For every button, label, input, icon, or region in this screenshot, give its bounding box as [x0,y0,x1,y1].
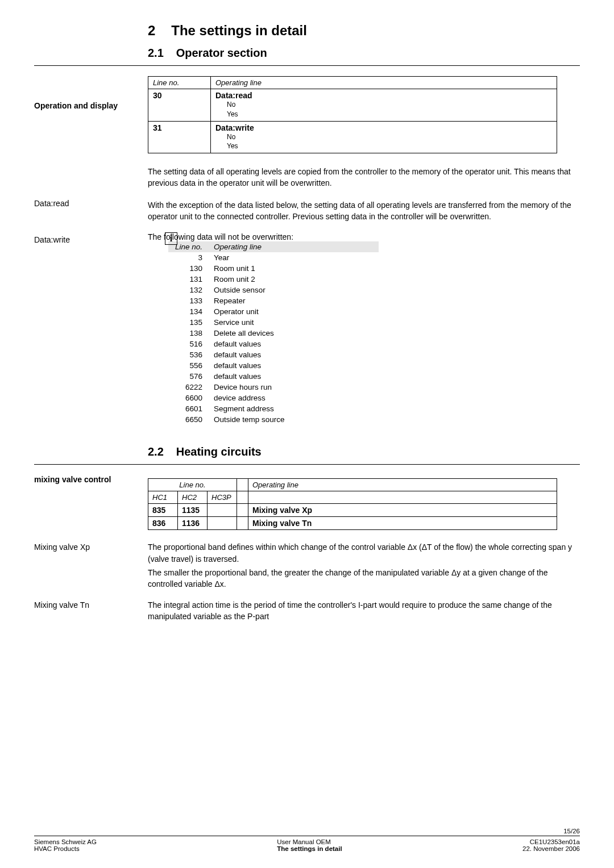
footer-doc-title: User Manual OEM [277,838,331,845]
table-row: 133Repeater [168,295,379,306]
table-row: 6222Device hours run [168,382,379,393]
footer-divider [34,836,580,836]
side-label-data-read: Data:read [34,199,142,208]
cell-line-no: 130 [168,263,208,274]
col-gap [237,479,248,491]
table-row: 3Year [168,252,379,263]
cell-operating-line: Outside sensor [208,285,379,295]
cell-line-no: 134 [168,306,208,317]
col-gap [237,491,248,504]
cell-operating-line: Operator unit [208,306,379,317]
chapter-number: 2 [148,23,155,39]
cell-gap [237,504,248,517]
chapter-title: The settings in detail [171,23,307,38]
section-22-title: Heating circuits [176,445,262,458]
table-row: 130Room unit 1 [168,263,379,274]
table-subheader-row: HC1 HC2 HC3P [148,491,557,504]
paragraph-xp-1: The proportional band defines within whi… [148,541,580,565]
cell-line-no: 6601 [168,403,208,414]
cell-operating-line: default values [208,339,379,349]
cell-operating-line: default values [208,371,379,382]
table-row: 132Outside sensor [168,285,379,295]
footer-division: HVAC Products [34,845,80,852]
footer-right: CE1U2353en01a 22. November 2006 [522,838,580,852]
divider [34,464,580,465]
chapter-heading: 2 The settings in detail 2.1 Operator se… [148,23,580,60]
info-icon: i [165,232,177,245]
col-op-blank [248,491,557,504]
cell-line-no: 536 [168,349,208,360]
cell-hc3p [208,504,237,517]
cell-op: Mixing valve Tn [248,517,557,530]
col-hc1: HC1 [148,491,178,504]
table-row: 30 Data:read No Yes [148,89,557,122]
footer-company: Siemens Schweiz AG [34,838,97,845]
cell-operating-line: Room unit 1 [208,263,379,274]
cell-operating-line: Repeater [208,295,379,306]
section-21-title: Operator section [176,47,267,59]
section-21-heading: 2.1 Operator section [148,47,580,60]
table-row: 836 1136 Mixing valve Tn [148,517,557,530]
table-row: 31 Data:write No Yes [148,121,557,153]
cell-line-no: 6650 [168,414,208,425]
table-row: 134Operator unit [168,306,379,317]
cell-operating-line: Year [208,252,379,263]
side-label-mixing-valve-tn: Mixing valve Tn [34,600,142,610]
table-header-row: Line no. Operating line [148,77,557,89]
table-row: 516default values [168,339,379,349]
footer-center: User Manual OEM The settings in detail [277,838,342,852]
cell-line-no: 131 [168,274,208,285]
page-number: 15/26 [34,828,580,834]
cell-operating-line: Device hours run [208,382,379,393]
cell-op: Mixing valve Xp [248,504,557,517]
cell-line-no: 135 [168,317,208,328]
table-header-row: Line no. Operating line [168,241,379,252]
cell-operating-line: device address [208,393,379,403]
table-row: 138Delete all devices [168,328,379,339]
cell-line-no: 6600 [168,393,208,403]
row-opt-yes: Yes [215,142,238,150]
col-hc2: HC2 [178,491,208,504]
table-row: 536default values [168,349,379,360]
table-row: 835 1135 Mixing valve Xp [148,504,557,517]
cell-hc1: 836 [148,517,178,530]
cell-line-no: 30 [148,89,211,122]
paragraph-xp-2: The smaller the proportional band, the g… [148,567,580,590]
cell-line-no: 3 [168,252,208,263]
paragraph-data-write: With the exception of the data listed be… [148,199,580,223]
table-row: 6600device address [168,393,379,403]
section-21-number: 2.1 [148,47,164,60]
row-title: Data:read [215,91,252,100]
data-read-write-table: Line no. Operating line 30 Data:read No … [148,76,557,153]
page-footer: 15/26 Siemens Schweiz AG HVAC Products U… [34,828,580,852]
row-title: Data:write [215,123,254,132]
paragraph-tn: The integral action time is the period o… [148,599,580,623]
cell-hc2: 1135 [178,504,208,517]
cell-operating-line: Service unit [208,317,379,328]
table2-container: Line no. Operating line HC1 HC2 HC3P 835… [148,478,580,530]
row-opt-no: No [215,101,235,108]
cell-hc1: 835 [148,504,178,517]
footer-date: 22. November 2006 [522,845,580,852]
footer-section: The settings in detail [277,845,342,852]
cell-hc2: 1136 [178,517,208,530]
col-operating-line: Operating line [208,241,379,252]
cell-line-no: 138 [168,328,208,339]
table-row: 131Room unit 2 [168,274,379,285]
cell-operating-line: Segment address [208,403,379,414]
side-label-mixing-valve-xp: Mixing valve Xp [34,542,142,552]
cell-operating-line: Data:write No Yes [211,121,557,153]
divider [34,65,580,66]
cell-line-no: 576 [168,371,208,382]
col-operating-line: Operating line [248,479,557,491]
cell-line-no: 31 [148,121,211,153]
side-label-mixing-valve-control: mixing valve control [34,475,142,484]
cell-line-no: 133 [168,295,208,306]
table-row: 6601Segment address [168,403,379,414]
col-hc3p: HC3P [208,491,237,504]
section-22-heading: 2.2 Heating circuits [148,445,580,458]
cell-line-no: 132 [168,285,208,295]
cell-hc3p [208,517,237,530]
cell-gap [237,517,248,530]
table-row: 6650Outside temp source [168,414,379,425]
